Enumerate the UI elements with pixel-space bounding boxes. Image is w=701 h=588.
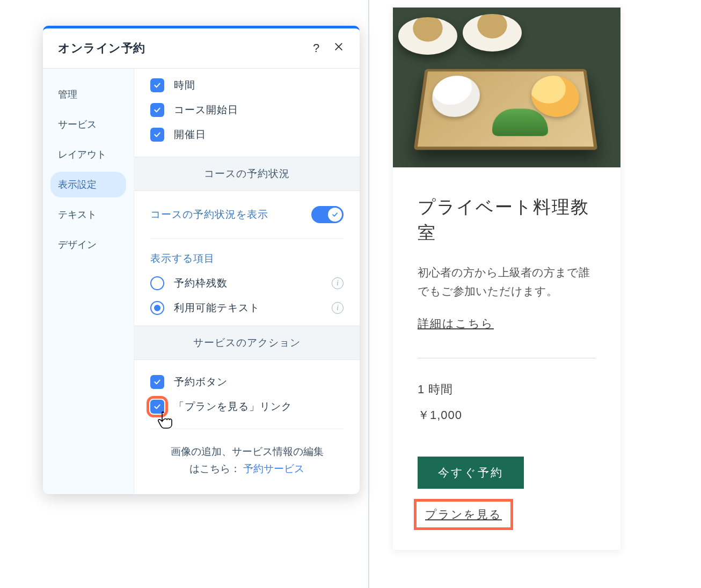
- reserve-now-button[interactable]: 今すぐ予約: [418, 457, 524, 489]
- panel-header: オンライン予約 ?: [43, 28, 360, 69]
- subsection-label-display-items: 表示する項目: [134, 239, 360, 271]
- radio-row-available-text: 利用可能テキスト i: [134, 296, 360, 326]
- check-row-time: 時間: [150, 73, 344, 98]
- sidebar-item-text[interactable]: テキスト: [50, 202, 126, 227]
- checkbox-event-date[interactable]: [150, 128, 164, 142]
- radio-row-slots-remaining: 予約枠残数 i: [134, 271, 360, 296]
- sidebar-item-display-settings[interactable]: 表示設定: [50, 172, 126, 197]
- check-row-plan-link: 「プランを見る」リンク: [150, 394, 344, 419]
- preview-image: [393, 8, 620, 167]
- check-label: 「プランを見る」リンク: [174, 400, 292, 414]
- toggle-row-reservation-status: コースの予約状況を表示: [150, 191, 344, 239]
- sidebar: 管理 サービス レイアウト 表示設定 テキスト デザイン: [43, 69, 134, 494]
- details-link[interactable]: 詳細はこちら: [418, 316, 494, 334]
- check-row-reserve-button: 予約ボタン: [150, 370, 344, 394]
- preview-body: プライベート料理教室 初心者の方から上級者の方まで誰でもご参加いただけます。 詳…: [393, 167, 620, 550]
- checkbox-course-start[interactable]: [150, 103, 164, 117]
- footer-text: 画像の追加、サービス情報の編集はこちら： 予約サービス: [150, 429, 344, 494]
- sidebar-item-design[interactable]: デザイン: [50, 232, 126, 258]
- action-check-list: 予約ボタン 「プランを見る」リンク: [134, 360, 360, 429]
- settings-content: 時間 コース開始日 開催日 コースの予約状況 コースの予約状況を表示: [134, 69, 360, 494]
- preview-card: プライベート料理教室 初心者の方から上級者の方まで誰でもご参加いただけます。 詳…: [393, 8, 620, 550]
- radio-available-text[interactable]: [150, 301, 164, 315]
- close-icon[interactable]: [331, 41, 347, 55]
- check-label: 開催日: [174, 128, 206, 142]
- radio-label: 利用可能テキスト: [174, 301, 322, 315]
- radio-label: 予約枠残数: [174, 276, 322, 290]
- toggle-knob: [328, 208, 342, 222]
- check-label: 予約ボタン: [174, 375, 228, 389]
- top-check-list: 時間 コース開始日 開催日: [134, 69, 360, 157]
- checkbox-reserve-button[interactable]: [150, 375, 164, 389]
- check-label: コース開始日: [174, 103, 238, 117]
- info-icon[interactable]: i: [332, 302, 344, 314]
- checkbox-time[interactable]: [150, 78, 164, 92]
- section-header-reservation: コースの予約状況: [134, 157, 360, 191]
- vertical-divider: [368, 0, 369, 588]
- panel-body: 管理 サービス レイアウト 表示設定 テキスト デザイン 時間 コー: [43, 69, 360, 494]
- sidebar-item-layout[interactable]: レイアウト: [50, 142, 126, 167]
- check-row-event-date: 開催日: [150, 122, 344, 147]
- plan-link-highlight: プランを見る: [418, 503, 509, 526]
- radio-slots-remaining[interactable]: [150, 276, 164, 290]
- toggle-label: コースの予約状況を表示: [150, 208, 268, 222]
- section-header-service-action: サービスのアクション: [134, 326, 360, 360]
- preview-price: ￥1,000: [418, 402, 596, 428]
- footer-link[interactable]: 予約サービス: [243, 463, 304, 474]
- toggle-reservation-status[interactable]: [311, 206, 344, 223]
- checkbox-plan-link[interactable]: [150, 400, 164, 414]
- info-icon[interactable]: i: [332, 277, 344, 289]
- sidebar-item-manage[interactable]: 管理: [50, 82, 126, 107]
- settings-panel: オンライン予約 ? 管理 サービス レイアウト 表示設定 テキスト デザイン 時…: [43, 26, 360, 494]
- preview-description: 初心者の方から上級者の方まで誰でもご参加いただけます。: [418, 263, 596, 301]
- check-label: 時間: [174, 78, 195, 92]
- panel-title: オンライン予約: [58, 40, 308, 56]
- preview-duration: 1 時間: [418, 377, 596, 402]
- preview-divider: [418, 358, 596, 358]
- help-icon[interactable]: ?: [308, 41, 324, 55]
- check-row-course-start: コース開始日: [150, 98, 344, 122]
- view-plan-link[interactable]: プランを見る: [425, 508, 502, 520]
- preview-title: プライベート料理教室: [418, 194, 596, 246]
- sidebar-item-service[interactable]: サービス: [50, 112, 126, 137]
